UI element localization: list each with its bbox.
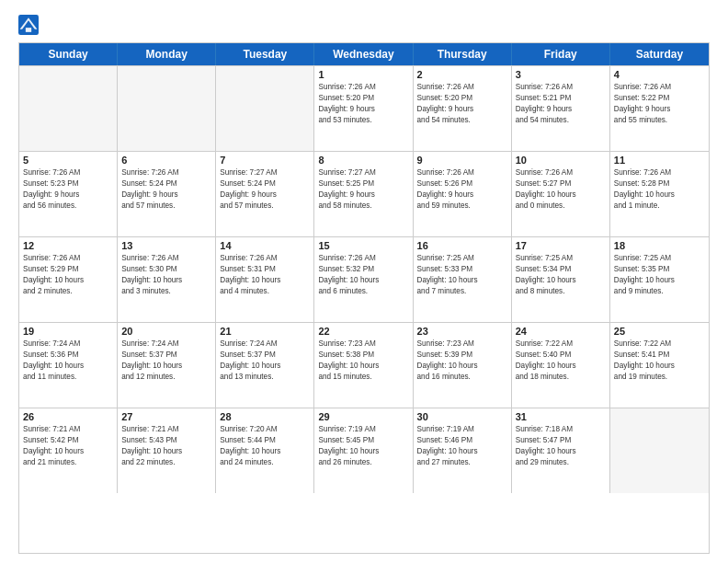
header-cell-wednesday: Wednesday: [314, 43, 413, 65]
cell-line: Sunrise: 7:23 AM: [417, 339, 507, 350]
cell-line: and 55 minutes.: [614, 115, 705, 126]
cell-line: and 9 minutes.: [614, 286, 705, 297]
header-cell-sunday: Sunday: [19, 43, 118, 65]
cell-line: Sunrise: 7:22 AM: [516, 339, 606, 350]
calendar-cell: 20Sunrise: 7:24 AMSunset: 5:37 PMDayligh…: [118, 323, 216, 408]
day-number: 20: [121, 326, 211, 337]
cell-line: Daylight: 10 hours: [614, 275, 705, 286]
cell-line: Daylight: 10 hours: [121, 361, 211, 372]
cell-line: Sunset: 5:43 PM: [121, 435, 211, 446]
cell-line: and 57 minutes.: [121, 201, 211, 212]
calendar-cell: 16Sunrise: 7:25 AMSunset: 5:33 PMDayligh…: [414, 237, 512, 322]
day-number: 9: [417, 155, 507, 166]
cell-line: Sunrise: 7:26 AM: [516, 167, 606, 178]
cell-line: and 18 minutes.: [516, 372, 606, 383]
day-number: 17: [516, 240, 606, 251]
cell-line: Sunrise: 7:24 AM: [220, 339, 310, 350]
cell-line: Sunrise: 7:26 AM: [516, 82, 606, 93]
calendar-cell: 7Sunrise: 7:27 AMSunset: 5:24 PMDaylight…: [216, 152, 314, 236]
calendar-body: 1Sunrise: 7:26 AMSunset: 5:20 PMDaylight…: [19, 65, 709, 493]
day-number: 25: [614, 326, 705, 337]
day-number: 30: [417, 411, 507, 422]
day-number: 1: [318, 69, 408, 80]
calendar-cell: 8Sunrise: 7:27 AMSunset: 5:25 PMDaylight…: [314, 152, 413, 236]
calendar-row-3: 19Sunrise: 7:24 AMSunset: 5:36 PMDayligh…: [19, 322, 709, 408]
cell-line: Sunset: 5:42 PM: [23, 435, 113, 446]
calendar-cell: 22Sunrise: 7:23 AMSunset: 5:38 PMDayligh…: [314, 323, 413, 408]
calendar-cell: 26Sunrise: 7:21 AMSunset: 5:42 PMDayligh…: [19, 408, 118, 493]
cell-line: and 13 minutes.: [220, 372, 310, 383]
cell-line: Sunrise: 7:26 AM: [318, 253, 408, 264]
header-cell-friday: Friday: [512, 43, 610, 65]
calendar-row-0: 1Sunrise: 7:26 AMSunset: 5:20 PMDaylight…: [19, 65, 709, 151]
day-number: 8: [318, 155, 408, 166]
calendar-row-1: 5Sunrise: 7:26 AMSunset: 5:23 PMDaylight…: [19, 151, 709, 236]
cell-line: Sunrise: 7:18 AM: [516, 424, 606, 435]
day-number: 16: [417, 240, 507, 251]
cell-line: Sunset: 5:35 PM: [614, 264, 705, 275]
cell-line: and 21 minutes.: [23, 457, 113, 468]
calendar-cell: [118, 66, 216, 151]
svg-rect-3: [26, 28, 31, 32]
cell-line: Daylight: 9 hours: [417, 104, 507, 115]
cell-line: and 59 minutes.: [417, 201, 507, 212]
calendar-cell: 4Sunrise: 7:26 AMSunset: 5:22 PMDaylight…: [610, 66, 709, 151]
calendar-cell: 12Sunrise: 7:26 AMSunset: 5:29 PMDayligh…: [19, 237, 118, 322]
day-number: 28: [220, 411, 310, 422]
cell-line: Daylight: 10 hours: [121, 446, 211, 457]
cell-line: Daylight: 10 hours: [318, 361, 408, 372]
cell-line: Daylight: 10 hours: [23, 446, 113, 457]
cell-line: and 57 minutes.: [220, 201, 310, 212]
page: SundayMondayTuesdayWednesdayThursdayFrid…: [0, 0, 728, 563]
cell-line: Daylight: 10 hours: [614, 190, 705, 201]
cell-line: Sunrise: 7:25 AM: [614, 253, 705, 264]
cell-line: Sunrise: 7:26 AM: [417, 82, 507, 93]
calendar-header: SundayMondayTuesdayWednesdayThursdayFrid…: [19, 43, 709, 65]
cell-line: Sunset: 5:26 PM: [417, 178, 507, 190]
day-number: 23: [417, 326, 507, 337]
calendar-cell: 15Sunrise: 7:26 AMSunset: 5:32 PMDayligh…: [314, 237, 413, 322]
cell-line: Sunset: 5:34 PM: [516, 264, 606, 275]
cell-line: and 11 minutes.: [23, 372, 113, 383]
day-number: 4: [614, 69, 705, 80]
cell-line: and 7 minutes.: [417, 286, 507, 297]
cell-line: Daylight: 10 hours: [121, 275, 211, 286]
cell-line: and 8 minutes.: [516, 286, 606, 297]
calendar-cell: 3Sunrise: 7:26 AMSunset: 5:21 PMDaylight…: [512, 66, 610, 151]
calendar-cell: 1Sunrise: 7:26 AMSunset: 5:20 PMDaylight…: [314, 66, 413, 151]
calendar-cell: 17Sunrise: 7:25 AMSunset: 5:34 PMDayligh…: [512, 237, 610, 322]
calendar-cell: 21Sunrise: 7:24 AMSunset: 5:37 PMDayligh…: [216, 323, 314, 408]
calendar-cell: 27Sunrise: 7:21 AMSunset: 5:43 PMDayligh…: [118, 408, 216, 493]
cell-line: and 12 minutes.: [121, 372, 211, 383]
cell-line: Sunset: 5:20 PM: [318, 93, 408, 104]
cell-line: and 16 minutes.: [417, 372, 507, 383]
day-number: 29: [318, 411, 408, 422]
cell-line: Sunset: 5:46 PM: [417, 435, 507, 446]
cell-line: Sunset: 5:24 PM: [121, 178, 211, 190]
cell-line: Sunset: 5:41 PM: [614, 350, 705, 361]
cell-line: and 6 minutes.: [318, 286, 408, 297]
cell-line: Daylight: 9 hours: [318, 104, 408, 115]
cell-line: Sunrise: 7:26 AM: [121, 253, 211, 264]
day-number: 12: [23, 240, 113, 251]
cell-line: Sunset: 5:38 PM: [318, 350, 408, 361]
cell-line: Sunset: 5:23 PM: [23, 178, 113, 190]
cell-line: Sunset: 5:24 PM: [220, 178, 310, 190]
cell-line: Sunrise: 7:24 AM: [23, 339, 113, 350]
day-number: 21: [220, 326, 310, 337]
cell-line: Sunrise: 7:21 AM: [23, 424, 113, 435]
cell-line: Daylight: 10 hours: [220, 275, 310, 286]
cell-line: Daylight: 10 hours: [516, 190, 606, 201]
calendar-cell: 6Sunrise: 7:26 AMSunset: 5:24 PMDaylight…: [118, 152, 216, 236]
cell-line: Daylight: 9 hours: [516, 104, 606, 115]
calendar-row-4: 26Sunrise: 7:21 AMSunset: 5:42 PMDayligh…: [19, 408, 709, 493]
cell-line: and 3 minutes.: [121, 286, 211, 297]
calendar-cell: 30Sunrise: 7:19 AMSunset: 5:46 PMDayligh…: [414, 408, 512, 493]
calendar-cell: 18Sunrise: 7:25 AMSunset: 5:35 PMDayligh…: [610, 237, 709, 322]
cell-line: Daylight: 10 hours: [614, 361, 705, 372]
day-number: 11: [614, 155, 705, 166]
calendar-cell: 24Sunrise: 7:22 AMSunset: 5:40 PMDayligh…: [512, 323, 610, 408]
calendar-cell: 25Sunrise: 7:22 AMSunset: 5:41 PMDayligh…: [610, 323, 709, 408]
cell-line: Daylight: 10 hours: [23, 275, 113, 286]
calendar-cell: [19, 66, 118, 151]
